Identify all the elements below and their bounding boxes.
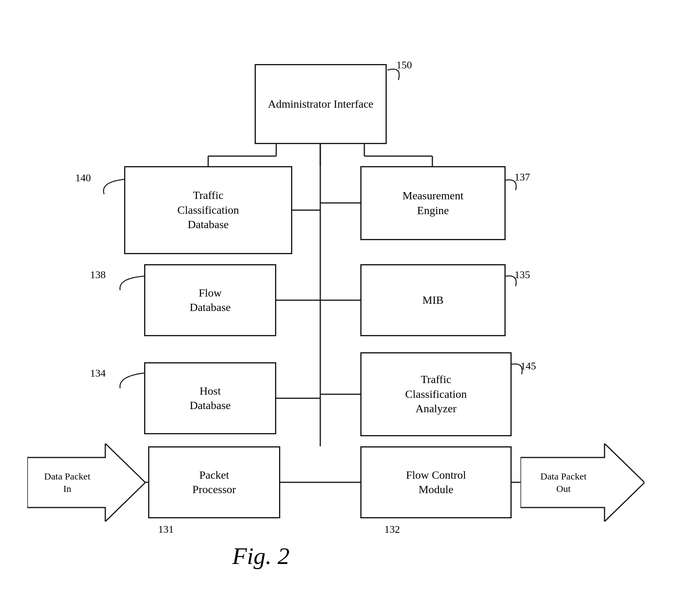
- traffic-classification-database-label: TrafficClassificationDatabase: [177, 188, 239, 232]
- ref-num-150: 150: [396, 59, 412, 71]
- measurement-engine-label: MeasurementEngine: [402, 189, 463, 218]
- data-packet-in-label: Data PacketIn: [27, 470, 107, 495]
- flow-database-label: FlowDatabase: [190, 286, 231, 315]
- measurement-engine-box: MeasurementEngine: [360, 166, 506, 240]
- flow-control-module-label: Flow ControlModule: [406, 468, 466, 497]
- traffic-classification-analyzer-box: TrafficClassificationAnalyzer: [360, 352, 512, 436]
- ref-num-131: 131: [158, 524, 174, 536]
- ref-num-145: 145: [520, 360, 536, 372]
- flow-database-box: FlowDatabase: [144, 264, 276, 336]
- host-database-box: HostDatabase: [144, 362, 276, 434]
- mib-box: MIB: [360, 264, 506, 336]
- host-database-label: HostDatabase: [190, 384, 231, 413]
- ref-num-137: 140: [75, 172, 91, 184]
- data-packet-out-label: Data PacketOut: [520, 470, 607, 495]
- mib-label: MIB: [422, 293, 444, 307]
- packet-processor-label: PacketProcessor: [193, 468, 236, 497]
- ref-num-138: 135: [514, 269, 530, 281]
- ref-num-134: 134: [90, 367, 106, 379]
- figure-label: Fig. 2: [232, 542, 289, 570]
- administrator-interface-box: Administrator Interface: [255, 64, 387, 144]
- ref-num-132: 132: [384, 524, 400, 536]
- diagram-container: Administrator Interface TrafficClassific…: [0, 0, 687, 616]
- traffic-classification-database-box: TrafficClassificationDatabase: [124, 166, 292, 254]
- ref-num-135: 138: [90, 269, 106, 281]
- data-packet-out-arrow: Data PacketOut: [520, 443, 645, 522]
- administrator-interface-label: Administrator Interface: [268, 97, 374, 111]
- packet-processor-box: PacketProcessor: [148, 446, 280, 518]
- ref-num-140: 137: [514, 171, 530, 183]
- flow-control-module-box: Flow ControlModule: [360, 446, 512, 518]
- traffic-classification-analyzer-label: TrafficClassificationAnalyzer: [405, 372, 467, 416]
- data-packet-in-arrow: Data PacketIn: [27, 443, 145, 522]
